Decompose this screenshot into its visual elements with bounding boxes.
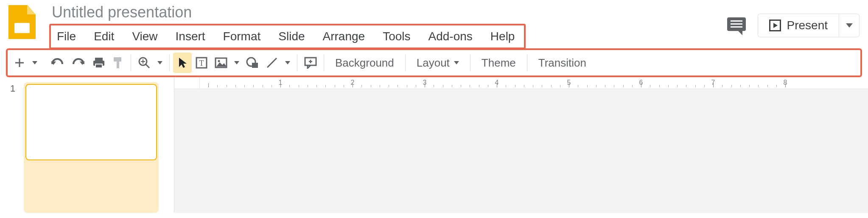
separator <box>169 54 170 71</box>
ruler-label: 8 <box>784 79 787 87</box>
image-tool[interactable] <box>211 53 231 73</box>
slide-thumbnail-selection <box>24 82 159 213</box>
layout-button[interactable]: Layout <box>409 53 467 73</box>
chevron-down-icon <box>157 61 162 64</box>
chevron-down-icon <box>454 61 459 64</box>
svg-text:T: T <box>199 59 204 67</box>
svg-rect-4 <box>117 61 119 68</box>
menu-arrange[interactable]: Arrange <box>320 27 368 46</box>
menu-file[interactable]: File <box>54 27 78 46</box>
separator <box>405 54 406 71</box>
svg-rect-14 <box>252 63 258 68</box>
comments-icon[interactable] <box>727 17 746 34</box>
chevron-down-icon <box>846 23 853 28</box>
separator <box>297 54 297 71</box>
comment-button[interactable] <box>301 53 320 73</box>
transition-label: Transition <box>538 56 586 70</box>
chevron-down-icon <box>285 61 290 64</box>
select-tool[interactable] <box>173 53 192 73</box>
textbox-tool[interactable]: T <box>192 53 211 73</box>
play-icon <box>769 20 781 31</box>
ruler-label: 1 <box>279 79 283 87</box>
svg-rect-0 <box>95 58 103 61</box>
zoom-button[interactable] <box>134 53 154 73</box>
horizontal-ruler: 12345678 <box>200 77 868 89</box>
new-slide-button[interactable] <box>10 53 29 73</box>
canvas-area[interactable]: 12345678 <box>174 77 868 213</box>
line-tool[interactable] <box>262 53 282 73</box>
menu-tools[interactable]: Tools <box>380 27 413 46</box>
separator <box>324 54 324 71</box>
svg-point-12 <box>218 60 220 62</box>
redo-button[interactable] <box>68 53 89 73</box>
menubar-highlight: File Edit View Insert Format Slide Arran… <box>49 24 526 49</box>
slides-logo[interactable] <box>8 5 36 39</box>
svg-rect-2 <box>95 64 102 68</box>
present-button[interactable]: Present <box>758 14 839 37</box>
chevron-down-icon <box>32 61 37 64</box>
separator <box>470 54 470 71</box>
menu-edit[interactable]: Edit <box>91 27 117 46</box>
svg-line-6 <box>146 64 149 68</box>
transition-button[interactable]: Transition <box>531 53 594 73</box>
ruler-label: 5 <box>567 79 571 87</box>
shape-tool[interactable] <box>243 53 262 73</box>
line-dropdown[interactable] <box>282 53 294 73</box>
theme-button[interactable]: Theme <box>474 53 524 73</box>
svg-line-15 <box>267 58 277 67</box>
svg-rect-3 <box>114 57 121 61</box>
ruler-label: 4 <box>495 79 499 87</box>
ruler-label: 6 <box>639 79 643 87</box>
theme-label: Theme <box>482 56 516 70</box>
present-button-group: Present <box>758 14 860 37</box>
toolbar-highlight: T Background Layout Theme Transition <box>6 48 862 77</box>
menu-slide[interactable]: Slide <box>276 27 307 46</box>
image-dropdown[interactable] <box>231 53 243 73</box>
layout-label: Layout <box>417 56 450 70</box>
ruler-label: 3 <box>423 79 427 87</box>
chevron-down-icon <box>234 61 239 64</box>
undo-button[interactable] <box>47 53 68 73</box>
present-label: Present <box>787 19 828 32</box>
menu-format[interactable]: Format <box>221 27 263 46</box>
separator <box>527 54 527 71</box>
menu-insert[interactable]: Insert <box>173 27 208 46</box>
menu-view[interactable]: View <box>129 27 160 46</box>
menu-help[interactable]: Help <box>488 27 518 46</box>
present-dropdown[interactable] <box>839 14 859 37</box>
zoom-dropdown[interactable] <box>154 53 166 73</box>
slide-number: 1 <box>10 82 19 213</box>
ruler-label: 7 <box>711 79 715 87</box>
background-button[interactable]: Background <box>328 53 402 73</box>
ruler-corner <box>174 77 200 89</box>
slide-thumbnail-1[interactable] <box>25 84 157 160</box>
new-slide-dropdown[interactable] <box>29 53 41 73</box>
ruler-label: 2 <box>351 79 355 87</box>
separator <box>131 54 131 71</box>
menubar: File Edit View Insert Format Slide Arran… <box>54 27 517 46</box>
document-title[interactable]: Untitled presentation <box>49 3 727 21</box>
print-button[interactable] <box>89 53 109 73</box>
paint-format-button[interactable] <box>109 53 127 73</box>
menu-addons[interactable]: Add-ons <box>426 27 475 46</box>
slide-panel: 1 <box>0 77 174 213</box>
background-label: Background <box>335 56 394 70</box>
